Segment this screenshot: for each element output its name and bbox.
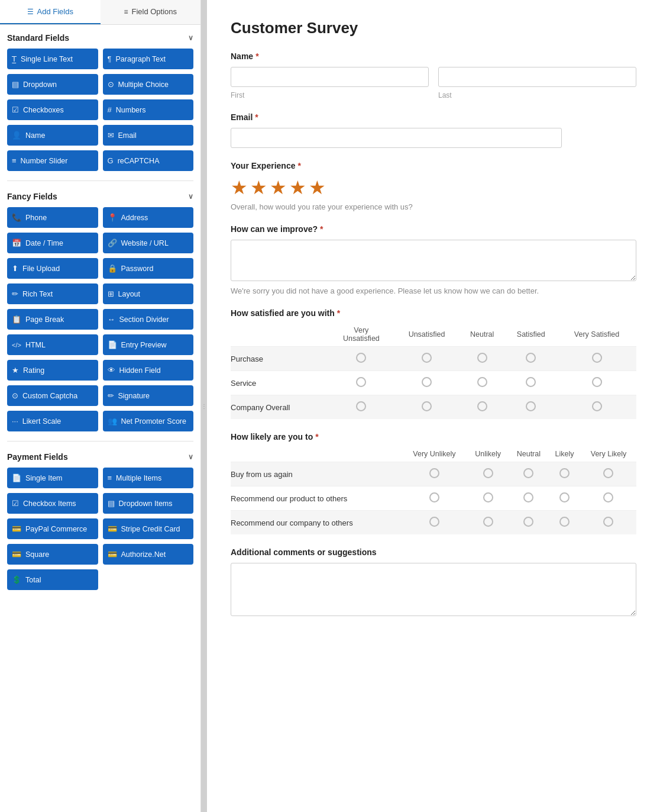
radio-service-5[interactable] [592,377,602,387]
field-custom-captcha[interactable]: ⊙Custom Captcha [7,385,98,406]
resize-handle[interactable]: ⋮ [201,0,207,812]
table-row: Recommend our product to others [231,486,636,511]
fancy-fields-chevron[interactable]: ∨ [188,192,193,201]
field-section-divider[interactable]: ↔Section Divider [103,309,194,330]
section-divider-icon: ↔ [108,315,115,324]
comments-label: Additional comments or suggestions [231,547,636,557]
field-single-line-text[interactable]: T̲Single Line Text [7,49,98,69]
star-rating[interactable]: ★ ★ ★ ★ ★ [231,176,636,199]
payment-fields-header[interactable]: Payment Fields ∨ [0,444,200,468]
field-file-upload[interactable]: ⬆File Upload [7,258,98,279]
field-multiple-choice[interactable]: ⊙Multiple Choice [103,74,194,95]
field-number-slider[interactable]: ≡Number Slider [7,150,98,171]
radio-recommend-product-4[interactable] [559,492,570,502]
field-date-time[interactable]: 📅Date / Time [7,233,98,253]
star-3[interactable]: ★ [270,176,287,199]
radio-purchase-2[interactable] [422,353,432,363]
comments-textarea[interactable] [231,563,636,616]
field-checkbox-items[interactable]: ☑Checkbox Items [7,493,98,514]
field-authorize-net[interactable]: 💳Authorize.Net [103,544,194,565]
field-website-url[interactable]: 🔗Website / URL [103,233,194,253]
field-rating[interactable]: ★Rating [7,360,98,381]
field-multiple-items[interactable]: ≡Multiple Items [103,468,194,488]
payment-fields-chevron[interactable]: ∨ [188,453,193,461]
satisfied-col-4: Satisfied [504,323,557,347]
radio-buy-1[interactable] [429,468,439,478]
field-checkboxes[interactable]: ☑Checkboxes [7,99,98,120]
field-rich-text[interactable]: ✏Rich Text [7,283,98,304]
field-address[interactable]: 📍Address [103,207,194,228]
field-signature[interactable]: ✏Signature [103,385,194,406]
radio-service-3[interactable] [477,377,487,387]
standard-fields-header[interactable]: Standard Fields ∨ [0,25,200,49]
likely-col-5: Very Likely [581,446,636,462]
radio-buy-5[interactable] [603,468,613,478]
payment-fields-grid: 📄Single Item ≡Multiple Items ☑Checkbox I… [0,468,200,597]
field-recaptcha[interactable]: GreCAPTCHA [103,150,194,171]
field-layout[interactable]: ⊞Layout [103,283,194,304]
field-dropdown[interactable]: ▤Dropdown [7,74,98,95]
star-1[interactable]: ★ [231,176,248,199]
name-label: Name * [231,51,636,61]
radio-company-4[interactable] [526,401,536,411]
email-icon: ✉ [108,131,114,140]
radio-company-2[interactable] [422,401,432,411]
field-stripe-credit-card[interactable]: 💳Stripe Credit Card [103,518,194,539]
radio-recommend-company-5[interactable] [603,517,613,527]
improve-textarea[interactable] [231,240,636,281]
radio-recommend-company-4[interactable] [559,517,570,527]
first-name-input[interactable] [231,67,429,87]
radio-recommend-company-1[interactable] [429,517,439,527]
field-likert-scale[interactable]: ···Likert Scale [7,411,98,431]
star-4[interactable]: ★ [289,176,306,199]
field-hidden-field[interactable]: 👁Hidden Field [103,360,194,381]
radio-recommend-product-1[interactable] [429,492,439,502]
field-phone[interactable]: 📞Phone [7,207,98,228]
radio-purchase-1[interactable] [356,353,366,363]
radio-buy-4[interactable] [559,468,570,478]
radio-recommend-company-3[interactable] [523,517,533,527]
fancy-fields-header[interactable]: Fancy Fields ∨ [0,183,200,207]
field-password[interactable]: 🔒Password [103,258,194,279]
field-square[interactable]: 💳Square [7,544,98,565]
field-single-item[interactable]: 📄Single Item [7,468,98,488]
field-name[interactable]: 👤Name [7,125,98,146]
radio-recommend-product-2[interactable] [483,492,493,502]
radio-service-4[interactable] [526,377,536,387]
field-dropdown-items[interactable]: ▤Dropdown Items [103,493,194,514]
hidden-field-icon: 👁 [108,366,115,375]
field-email[interactable]: ✉Email [103,125,194,146]
radio-company-3[interactable] [477,401,487,411]
last-name-input[interactable] [438,67,636,87]
radio-purchase-3[interactable] [477,353,487,363]
radio-service-1[interactable] [356,377,366,387]
star-2[interactable]: ★ [250,176,267,199]
field-net-promoter-score[interactable]: 👥Net Promoter Score [103,411,194,431]
radio-company-5[interactable] [592,401,602,411]
radio-purchase-5[interactable] [592,353,602,363]
field-entry-preview[interactable]: 📄Entry Preview [103,334,194,355]
tab-add-fields[interactable]: ☰ Add Fields [0,0,101,24]
radio-company-1[interactable] [356,401,366,411]
field-page-break[interactable]: 📋Page Break [7,309,98,330]
radio-service-2[interactable] [422,377,432,387]
radio-recommend-company-2[interactable] [483,517,493,527]
standard-fields-chevron[interactable]: ∨ [188,34,193,42]
field-total[interactable]: 💲Total [7,569,98,590]
radio-buy-2[interactable] [483,468,493,478]
field-html[interactable]: </>HTML [7,334,98,355]
field-paragraph-text[interactable]: ¶Paragraph Text [103,49,194,69]
field-numbers[interactable]: #Numbers [103,99,194,120]
tab-field-options[interactable]: ≡ Field Options [101,0,201,24]
paragraph-text-icon: ¶ [108,54,112,63]
single-line-text-icon: T̲ [12,54,17,63]
email-input[interactable] [231,128,562,148]
radio-recommend-product-3[interactable] [523,492,533,502]
likely-col-3: Neutral [509,446,548,462]
radio-recommend-product-5[interactable] [603,492,613,502]
field-paypal-commerce[interactable]: 💳PayPal Commerce [7,518,98,539]
radio-purchase-4[interactable] [526,353,536,363]
radio-buy-3[interactable] [523,468,533,478]
star-5[interactable]: ★ [309,176,326,199]
custom-captcha-icon: ⊙ [12,391,18,400]
